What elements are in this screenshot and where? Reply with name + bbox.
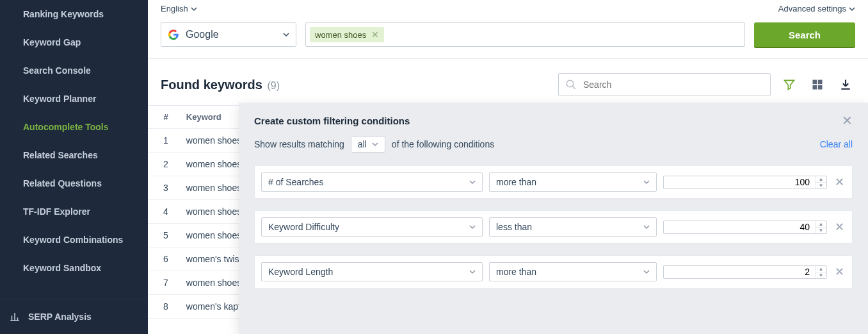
condition-field-select[interactable]: # of Searches bbox=[261, 172, 483, 192]
search-icon bbox=[565, 79, 577, 90]
condition-field-select[interactable]: Keyword Length bbox=[261, 262, 483, 281]
filter-condition: Keyword Difficulty less than ▲▼ ✕ bbox=[254, 210, 853, 244]
condition-field-select[interactable]: Keyword Difficulty bbox=[261, 217, 483, 237]
filter-button[interactable] bbox=[780, 78, 799, 91]
chevron-down-icon bbox=[469, 269, 476, 275]
svg-rect-4 bbox=[818, 85, 823, 90]
condition-value-input[interactable] bbox=[664, 221, 815, 233]
clear-all-link[interactable]: Clear all bbox=[820, 139, 853, 149]
match-mode-select[interactable]: all bbox=[351, 136, 385, 153]
delete-condition-icon[interactable]: ✕ bbox=[833, 265, 846, 279]
search-button[interactable]: Search bbox=[754, 22, 855, 47]
chevron-down-icon bbox=[191, 6, 197, 12]
condition-value-stepper[interactable]: ▲▼ bbox=[663, 265, 827, 279]
delete-condition-icon[interactable]: ✕ bbox=[833, 175, 846, 189]
chevron-down-icon bbox=[372, 141, 378, 147]
keyword-search-input[interactable] bbox=[583, 79, 764, 90]
sidebar-item-related-searches[interactable]: Related Searches bbox=[0, 141, 148, 169]
chevron-down-icon bbox=[469, 224, 476, 230]
sidebar-item-search-console[interactable]: Search Console bbox=[0, 56, 148, 85]
step-down-icon[interactable]: ▼ bbox=[816, 183, 826, 188]
svg-rect-2 bbox=[818, 80, 823, 85]
topbar: English Advanced settings bbox=[148, 0, 868, 15]
condition-value-stepper[interactable]: ▲▼ bbox=[663, 221, 827, 234]
found-keywords-title: Found keywords bbox=[161, 78, 262, 92]
step-down-icon[interactable]: ▼ bbox=[816, 228, 826, 233]
remove-tag-icon[interactable]: ✕ bbox=[371, 29, 379, 40]
match-prefix: Show results matching bbox=[254, 139, 344, 149]
svg-point-0 bbox=[567, 80, 574, 87]
step-up-icon[interactable]: ▲ bbox=[816, 266, 826, 272]
content: Found keywords (9) # bbox=[148, 58, 868, 334]
condition-value-input[interactable] bbox=[664, 176, 815, 188]
match-suffix: of the following conditions bbox=[392, 139, 494, 149]
filter-panel-title: Create custom filtering conditions bbox=[254, 115, 410, 126]
delete-condition-icon[interactable]: ✕ bbox=[833, 220, 846, 234]
filter-condition: Keyword Length more than ▲▼ ✕ bbox=[254, 255, 853, 288]
language-select[interactable]: English bbox=[161, 4, 197, 13]
chevron-down-icon bbox=[643, 269, 650, 275]
grid-icon bbox=[811, 78, 824, 91]
step-up-icon[interactable]: ▲ bbox=[816, 176, 826, 183]
svg-rect-1 bbox=[813, 80, 817, 85]
col-num[interactable]: # bbox=[148, 106, 177, 129]
condition-value-input[interactable] bbox=[664, 266, 815, 278]
chevron-down-icon bbox=[283, 31, 289, 38]
condition-operator-select[interactable]: more than bbox=[489, 262, 657, 281]
view-toggle-button[interactable] bbox=[808, 78, 827, 91]
advanced-settings-label: Advanced settings bbox=[778, 4, 846, 13]
found-keywords-count: (9) bbox=[267, 80, 280, 91]
close-icon[interactable]: ✕ bbox=[842, 114, 853, 127]
sidebar-item-keyword-planner[interactable]: Keyword Planner bbox=[0, 85, 148, 113]
search-row: Google women shoes ✕ Search bbox=[148, 15, 868, 58]
sidebar-item-related-questions[interactable]: Related Questions bbox=[0, 169, 148, 197]
funnel-icon bbox=[783, 78, 796, 91]
chevron-down-icon bbox=[469, 179, 476, 185]
sidebar-item-keyword-sandbox[interactable]: Keyword Sandbox bbox=[0, 254, 148, 282]
chevron-down-icon bbox=[643, 179, 650, 185]
step-up-icon[interactable]: ▲ bbox=[816, 221, 826, 228]
main: English Advanced settings Google women s… bbox=[148, 0, 868, 334]
sidebar-item-keyword-combinations[interactable]: Keyword Combinations bbox=[0, 226, 148, 254]
filter-panel: Create custom filtering conditions ✕ Sho… bbox=[239, 103, 868, 334]
download-button[interactable] bbox=[836, 78, 855, 91]
bar-chart-icon bbox=[9, 311, 20, 322]
keyword-search-field[interactable] bbox=[558, 73, 771, 96]
engine-label: Google bbox=[186, 29, 219, 40]
sidebar-item-serp-analysis[interactable]: SERP Analysis bbox=[0, 299, 148, 334]
sidebar-item-autocomplete-tools[interactable]: Autocomplete Tools bbox=[0, 113, 148, 141]
filter-condition: # of Searches more than ▲▼ ✕ bbox=[254, 165, 853, 199]
advanced-settings[interactable]: Advanced settings bbox=[778, 4, 855, 13]
keyword-tag-label: women shoes bbox=[315, 30, 366, 40]
sidebar-item-tf-idf-explorer[interactable]: TF-IDF Explorer bbox=[0, 197, 148, 226]
language-label: English bbox=[161, 4, 188, 13]
chevron-down-icon bbox=[849, 6, 855, 12]
condition-operator-select[interactable]: more than bbox=[489, 172, 657, 192]
condition-value-stepper[interactable]: ▲▼ bbox=[663, 176, 827, 189]
search-engine-select[interactable]: Google bbox=[161, 22, 296, 47]
condition-operator-select[interactable]: less than bbox=[489, 217, 657, 237]
sidebar-item-keyword-gap[interactable]: Keyword Gap bbox=[0, 28, 148, 56]
keyword-input[interactable]: women shoes ✕ bbox=[305, 22, 745, 47]
sidebar-item-ranking-keywords[interactable]: Ranking Keywords bbox=[0, 0, 148, 28]
found-keywords-header: Found keywords (9) bbox=[148, 59, 868, 105]
step-down-icon[interactable]: ▼ bbox=[816, 272, 826, 278]
sidebar: Ranking Keywords Keyword Gap Search Cons… bbox=[0, 0, 148, 334]
chevron-down-icon bbox=[643, 224, 650, 230]
google-icon bbox=[168, 29, 179, 40]
serp-analysis-label: SERP Analysis bbox=[28, 312, 92, 322]
keyword-tag: women shoes ✕ bbox=[310, 27, 384, 42]
download-icon bbox=[839, 78, 852, 91]
svg-rect-3 bbox=[813, 85, 817, 90]
